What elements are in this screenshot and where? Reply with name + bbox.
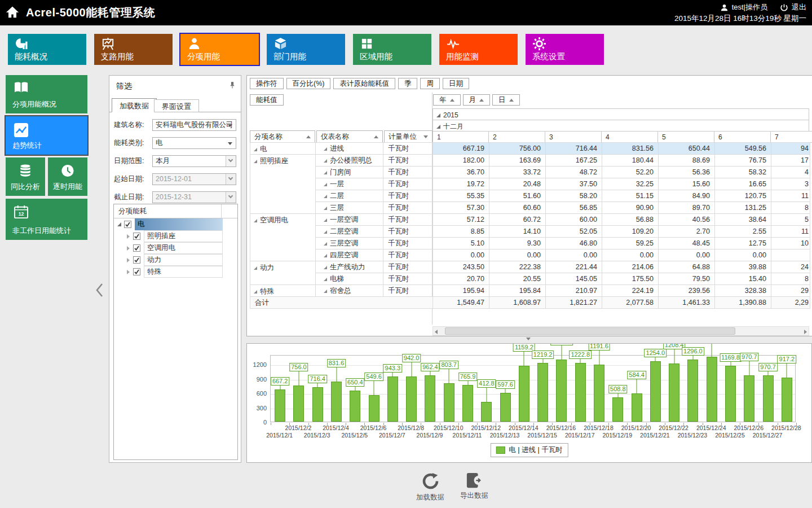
table-row[interactable]: 特殊宿舍总千瓦时195.94195.84210.97224.19239.5632… (250, 285, 810, 297)
expander-open-icon[interactable] (324, 147, 327, 151)
expander-open-icon[interactable] (324, 290, 327, 293)
tree-node-child-3[interactable]: 特殊 (114, 266, 237, 278)
expander-open-icon[interactable] (117, 222, 121, 226)
table-row[interactable]: 动力生产线动力千瓦时243.50222.38221.44214.0664.883… (250, 261, 810, 273)
scrollbar-thumb[interactable] (445, 327, 735, 335)
load-data-button[interactable]: 加载数据 (416, 472, 444, 502)
pin-icon[interactable] (230, 81, 235, 89)
expander-closed-icon[interactable] (127, 246, 130, 251)
expander-open-icon[interactable] (324, 254, 327, 257)
sidebar-item-trend-statistics[interactable]: 趋势统计 (6, 116, 87, 155)
tree-child-label[interactable]: 动力 (144, 254, 223, 266)
month-header-row[interactable]: 十二月 (433, 120, 809, 132)
expander-open-icon[interactable] (324, 242, 327, 246)
expander-closed-icon[interactable] (127, 234, 130, 239)
measure-chip[interactable]: 能耗值 (250, 94, 284, 106)
nav-tile-energy-overview[interactable]: 能耗概况 (8, 34, 86, 65)
energy-type-select[interactable]: 电 (152, 137, 236, 149)
table-row[interactable]: 四层空调千瓦时0.000.000.000.000.000.00 (250, 249, 810, 261)
expander-open-icon[interactable] (324, 195, 327, 198)
tree-node-child-0[interactable]: 照明插座 (114, 230, 237, 242)
toolbar-chip-5[interactable]: 日期 (443, 78, 469, 89)
expander-closed-icon[interactable] (127, 270, 130, 274)
checkbox-checked[interactable] (124, 221, 131, 228)
collapse-year-icon[interactable] (436, 113, 440, 117)
toolbar-chip-3[interactable]: 季 (398, 78, 418, 89)
column-header-0[interactable]: 分项名称 (250, 130, 315, 143)
tab-ui-settings[interactable]: 界面设置 (154, 99, 199, 112)
power-icon[interactable] (780, 3, 788, 12)
expander-open-icon[interactable] (324, 266, 327, 269)
home-icon[interactable] (5, 5, 20, 20)
toolbar-chip-2[interactable]: 表计原始能耗值 (333, 78, 395, 89)
tree-child-label[interactable]: 照明插座 (144, 230, 223, 242)
scroll-down-button[interactable] (523, 338, 533, 343)
table-row[interactable]: 空调用电一层空调千瓦时57.1260.7260.0056.8840.5638.6… (250, 214, 810, 226)
column-header-2[interactable]: 计量单位 (384, 130, 433, 143)
tree-child-label[interactable]: 特殊 (144, 266, 223, 278)
expander-open-icon[interactable] (254, 148, 257, 151)
sidebar-item-hourly-energy[interactable]: 逐时用能 (48, 157, 87, 196)
checkbox-checked[interactable] (133, 244, 140, 252)
table-row[interactable]: 二层千瓦时55.3551.6058.2051.1584.90120.7511 (250, 190, 810, 202)
axis-chip-0[interactable]: 年 (433, 94, 461, 106)
expander-open-icon[interactable] (254, 290, 257, 294)
sidebar-item-subentry-overview[interactable]: 分项用能概况 (6, 75, 87, 113)
tree-child-label[interactable]: 空调用电 (144, 242, 223, 254)
expander-open-icon[interactable] (324, 183, 327, 186)
horizontal-scrollbar[interactable] (433, 326, 809, 336)
expander-open-icon[interactable] (324, 278, 327, 281)
scroll-right-icon[interactable] (804, 330, 807, 334)
table-row[interactable]: 三层空调千瓦时5.109.3046.8059.2548.4512.7510 (250, 238, 810, 249)
axis-chip-1[interactable]: 月 (463, 94, 491, 106)
checkbox-checked[interactable] (133, 256, 140, 264)
expander-open-icon[interactable] (324, 159, 327, 163)
tree-node-root[interactable]: 电 (114, 218, 237, 230)
nav-tile-department-energy[interactable]: 部门用能 (267, 34, 345, 65)
collapse-panel-chevron-icon[interactable] (95, 283, 103, 297)
year-header-row[interactable]: 2015 (433, 108, 809, 120)
nav-tile-branch-energy[interactable]: 支路用能 (94, 34, 173, 65)
nav-tile-energy-monitoring[interactable]: 用能监测 (439, 34, 518, 65)
logout-button[interactable]: 退出 (792, 2, 806, 12)
tab-load-data[interactable]: 加载数据 (112, 98, 157, 112)
nav-tile-system-settings[interactable]: 系统设置 (526, 34, 604, 65)
checkbox-checked[interactable] (133, 233, 140, 240)
axis-chip-2[interactable]: 日 (492, 94, 520, 106)
tree-column-splitter[interactable] (221, 204, 222, 218)
table-row[interactable]: 二层空调千瓦时8.8514.1052.05109.202.702.5511 (250, 226, 810, 238)
nav-tile-subentry-energy[interactable]: 分项用能 (180, 34, 259, 65)
expander-open-icon[interactable] (324, 171, 327, 174)
toolbar-chip-4[interactable]: 周 (420, 78, 440, 89)
tree-root-label[interactable]: 电 (135, 218, 223, 230)
pie-chart-icon (15, 37, 29, 51)
toolbar-chip-0[interactable]: 操作符 (250, 78, 284, 89)
expander-open-icon[interactable] (324, 218, 327, 222)
expander-open-icon[interactable] (254, 266, 257, 270)
collapse-month-icon[interactable] (436, 125, 440, 129)
toolbar-chip-1[interactable]: 百分比(%) (286, 78, 331, 89)
tree-node-child-1[interactable]: 空调用电 (114, 242, 237, 254)
scroll-left-icon[interactable] (435, 330, 438, 334)
expander-open-icon[interactable] (324, 230, 327, 234)
table-row[interactable]: 照明插座办公楼照明总千瓦时182.00163.69167.25180.4488.… (250, 155, 810, 167)
expander-open-icon[interactable] (254, 160, 257, 163)
expander-open-icon[interactable] (324, 207, 327, 210)
column-header-1[interactable]: 仪表名称 (316, 130, 383, 143)
expander-closed-icon[interactable] (127, 258, 130, 262)
table-row[interactable]: 电进线千瓦时667.19756.00716.44831.56650.44549.… (250, 143, 810, 155)
export-data-button[interactable]: 导出数据 (460, 472, 488, 502)
sidebar-item-non-workday-statistics[interactable]: 12非工作日用能统计 (6, 199, 87, 240)
tree-node-child-2[interactable]: 动力 (114, 254, 237, 266)
nav-tile-area-energy[interactable]: 区域用能 (353, 34, 431, 65)
checkbox-checked[interactable] (133, 268, 140, 275)
date-range-select[interactable]: 本月 (152, 155, 236, 167)
table-row[interactable]: 一层千瓦时19.7220.4837.5032.2515.6016.653 (250, 178, 810, 190)
svg-text:12: 12 (19, 211, 24, 217)
table-row[interactable]: 门房间千瓦时36.7033.7248.7252.2056.3658.324 (250, 167, 810, 178)
building-name-select[interactable]: 安科瑞电气股份有限公司 (152, 119, 236, 131)
table-row[interactable]: 电梯千瓦时20.7020.55145.05175.5079.5015.408 (250, 273, 810, 285)
expander-open-icon[interactable] (254, 219, 257, 222)
sidebar-item-yoy-analysis[interactable]: 同比分析 (6, 157, 45, 196)
table-row[interactable]: 三层千瓦时57.3060.6056.8590.9089.70131.258 (250, 202, 810, 214)
